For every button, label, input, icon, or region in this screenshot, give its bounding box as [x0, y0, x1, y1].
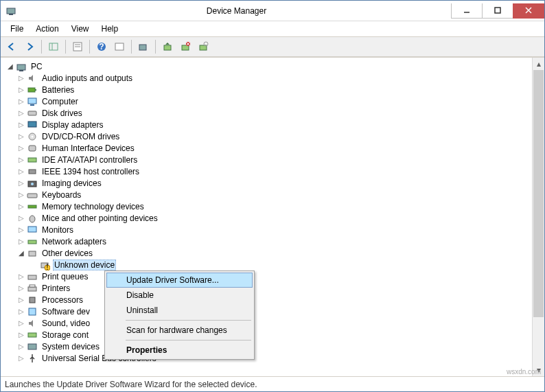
- tree-category-8[interactable]: ▷IEEE 1394 host controllers: [2, 165, 531, 177]
- close-button[interactable]: [513, 3, 544, 19]
- expander-icon[interactable]: ▷: [16, 189, 27, 200]
- context-menu-item-0[interactable]: Update Driver Software...: [106, 273, 253, 288]
- expander-icon[interactable]: ▷: [16, 73, 27, 84]
- tree-category-16[interactable]: ▷Print queues: [2, 270, 531, 282]
- expander-icon[interactable]: ▷: [16, 271, 27, 282]
- expander-icon[interactable]: ▷: [16, 318, 27, 329]
- menu-action[interactable]: Action: [30, 23, 64, 35]
- tree-category-18[interactable]: ▷Processors: [2, 294, 531, 305]
- context-menu-item-4[interactable]: Scan for hardware changes: [106, 323, 253, 338]
- svg-rect-6: [49, 43, 58, 50]
- scroll-up-arrow[interactable]: ▴: [533, 58, 544, 70]
- content-area: ◢PC▷Audio inputs and outputs▷Batteries▷C…: [1, 57, 544, 376]
- tree-category-21[interactable]: ▷Storage cont: [2, 329, 531, 341]
- context-menu-separator: [126, 340, 251, 341]
- expander-icon[interactable]: ▷: [16, 236, 27, 247]
- expander-icon[interactable]: ▷: [16, 213, 27, 224]
- expander-icon[interactable]: ◢: [5, 61, 16, 72]
- expander-icon[interactable]: ▷: [16, 96, 27, 107]
- expander-icon[interactable]: ◢: [16, 248, 27, 259]
- monitor-icon: [27, 224, 38, 235]
- expander-icon[interactable]: ▷: [16, 131, 27, 142]
- expander-icon[interactable]: ▷: [16, 341, 27, 352]
- svg-rect-15: [164, 45, 171, 50]
- uninstall-button[interactable]: [177, 38, 194, 55]
- maximize-button[interactable]: [482, 3, 513, 19]
- expander-icon[interactable]: ▷: [16, 224, 27, 235]
- expander-icon[interactable]: ▷: [16, 84, 27, 95]
- tree-category-3[interactable]: ▷Disk drives: [2, 107, 531, 119]
- tree-category-12[interactable]: ▷Mice and other pointing devices: [2, 212, 531, 224]
- tree-category-22[interactable]: ▷System devices: [2, 341, 531, 352]
- expander-icon[interactable]: [28, 260, 39, 270]
- tree-category-6[interactable]: ▷Human Interface Devices: [2, 142, 531, 154]
- tree-category-19[interactable]: ▷Software dev: [2, 305, 531, 317]
- expander-icon[interactable]: ▷: [16, 306, 27, 317]
- svg-rect-52: [28, 344, 36, 349]
- tree-item-label: System devices: [40, 342, 101, 351]
- svg-rect-40: [28, 227, 36, 232]
- tree-category-15[interactable]: ◢Other devices: [2, 247, 531, 259]
- properties-button[interactable]: [69, 38, 86, 55]
- show-hide-tree-button[interactable]: [45, 38, 62, 55]
- expander-icon[interactable]: ▷: [16, 154, 27, 165]
- context-menu-item-2[interactable]: Uninstall: [106, 303, 253, 318]
- tree-category-0[interactable]: ▷Audio inputs and outputs: [2, 72, 531, 84]
- window-title: Device Manager: [21, 6, 452, 16]
- expander-icon[interactable]: ▷: [16, 166, 27, 177]
- expander-icon[interactable]: ▷: [16, 295, 27, 305]
- tree-item-label: Printers: [40, 284, 71, 293]
- tree-category-10[interactable]: ▷Keyboards: [2, 189, 531, 200]
- vertical-scrollbar[interactable]: ▴ ▾: [532, 58, 544, 376]
- tree-category-9[interactable]: ▷Imaging devices: [2, 177, 531, 189]
- tree-category-13[interactable]: ▷Monitors: [2, 224, 531, 235]
- svg-rect-47: [28, 287, 36, 291]
- back-button[interactable]: [3, 38, 20, 55]
- scan-button[interactable]: [135, 38, 152, 55]
- scroll-thumb[interactable]: [533, 70, 544, 317]
- expander-icon[interactable]: ▷: [16, 178, 27, 189]
- tree-category-1[interactable]: ▷Batteries: [2, 84, 531, 95]
- status-bar: Launches the Update Driver Software Wiza…: [1, 376, 544, 391]
- tree-category-17[interactable]: ▷Printers: [2, 282, 531, 294]
- tree-category-11[interactable]: ▷Memory technology devices: [2, 200, 531, 212]
- help-button[interactable]: ?: [93, 38, 110, 55]
- tree-category-7[interactable]: ▷IDE ATA/ATAPI controllers: [2, 154, 531, 165]
- menu-help[interactable]: Help: [96, 23, 124, 35]
- expander-icon[interactable]: ▷: [16, 108, 27, 119]
- tree-category-4[interactable]: ▷Display adapters: [2, 119, 531, 130]
- expander-icon[interactable]: ▷: [16, 283, 27, 294]
- device-tree[interactable]: ◢PC▷Audio inputs and outputs▷Batteries▷C…: [1, 58, 532, 376]
- svg-rect-42: [29, 251, 36, 256]
- expander-icon[interactable]: ▷: [16, 201, 27, 212]
- context-menu-item-1[interactable]: Disable: [106, 288, 253, 303]
- menu-file[interactable]: File: [5, 23, 29, 35]
- tree-item-label: DVD/CD-ROM drives: [40, 132, 121, 141]
- tree-category-23[interactable]: ▷Universal Serial Bus controllers: [2, 352, 531, 364]
- tree-category-2[interactable]: ▷Computer: [2, 95, 531, 107]
- app-icon: [1, 5, 21, 16]
- memory-icon: [27, 201, 38, 212]
- tree-category-20[interactable]: ▷Sound, video: [2, 317, 531, 329]
- tree-item-label: IDE ATA/ATAPI controllers: [40, 155, 139, 165]
- minimize-button[interactable]: [451, 3, 483, 19]
- context-menu-item-6[interactable]: Properties: [106, 343, 253, 358]
- expander-icon[interactable]: ▷: [16, 353, 27, 364]
- tree-category-14[interactable]: ▷Network adapters: [2, 235, 531, 247]
- menu-view[interactable]: View: [66, 23, 95, 35]
- tree-root[interactable]: ◢PC: [2, 60, 531, 72]
- expander-icon[interactable]: ▷: [16, 143, 27, 154]
- tree-category-5[interactable]: ▷DVD/CD-ROM drives: [2, 130, 531, 142]
- tree-child-15-0[interactable]: !Unknown device: [2, 259, 531, 270]
- svg-rect-0: [7, 8, 15, 14]
- forward-button[interactable]: [21, 38, 38, 55]
- svg-rect-23: [19, 70, 23, 71]
- svg-rect-28: [28, 111, 36, 115]
- expander-icon[interactable]: ▷: [16, 119, 27, 130]
- expander-icon[interactable]: ▷: [16, 330, 27, 341]
- mouse-icon: [27, 213, 38, 224]
- update-driver-button[interactable]: [159, 38, 176, 55]
- disable-button[interactable]: [195, 38, 211, 55]
- tree-item-label: PC: [30, 62, 44, 71]
- action-button[interactable]: [111, 38, 128, 55]
